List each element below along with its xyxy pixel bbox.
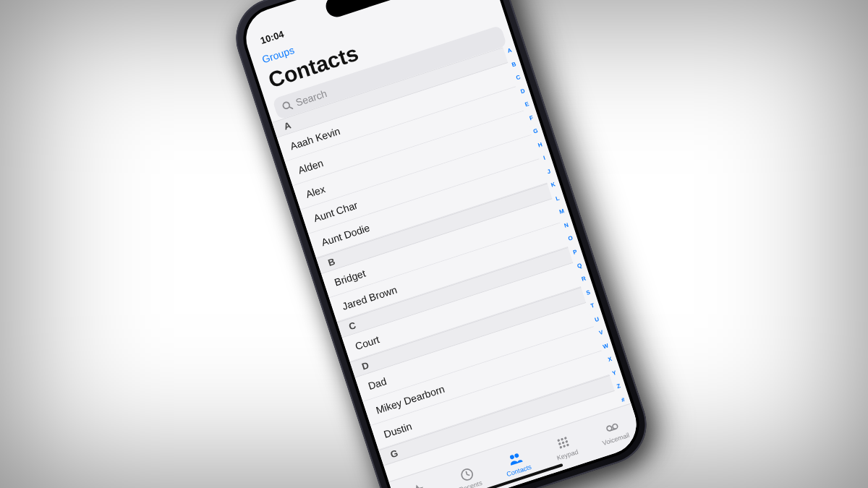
index-letter[interactable]: M bbox=[559, 209, 566, 216]
star-icon bbox=[409, 481, 428, 488]
svg-point-5 bbox=[564, 437, 567, 440]
index-letter[interactable]: L bbox=[555, 195, 560, 202]
svg-point-3 bbox=[558, 439, 561, 442]
index-letter[interactable]: C bbox=[516, 74, 522, 81]
svg-point-7 bbox=[562, 441, 565, 444]
index-letter[interactable]: I bbox=[543, 155, 547, 161]
index-letter[interactable]: N bbox=[563, 222, 569, 228]
index-letter[interactable]: A bbox=[507, 48, 513, 54]
index-letter[interactable]: G bbox=[533, 128, 539, 135]
index-letter[interactable]: D bbox=[520, 88, 526, 95]
index-letter[interactable]: J bbox=[547, 168, 552, 175]
index-letter[interactable]: Q bbox=[576, 262, 582, 270]
index-letter[interactable]: # bbox=[621, 397, 626, 403]
phone-screen: 10:04 Groups + Contacts Search AA bbox=[239, 0, 644, 488]
svg-line-1 bbox=[289, 106, 292, 109]
svg-point-6 bbox=[558, 442, 561, 445]
svg-point-0 bbox=[282, 101, 290, 109]
phone-device: 10:04 Groups + Contacts Search AA bbox=[226, 0, 657, 488]
index-letter[interactable]: O bbox=[568, 236, 574, 243]
index-letter[interactable]: T bbox=[590, 303, 595, 309]
index-letter[interactable]: W bbox=[602, 343, 609, 350]
index-letter[interactable]: Z bbox=[616, 383, 621, 390]
svg-point-11 bbox=[566, 443, 569, 446]
search-icon bbox=[281, 100, 294, 113]
index-letter[interactable]: V bbox=[599, 330, 605, 336]
index-letter[interactable]: F bbox=[529, 115, 534, 121]
index-letter[interactable]: B bbox=[511, 61, 517, 67]
index-letter[interactable]: U bbox=[594, 316, 600, 322]
index-letter[interactable]: E bbox=[524, 101, 530, 108]
svg-point-4 bbox=[561, 437, 563, 440]
svg-point-10 bbox=[563, 445, 566, 448]
contacts-list[interactable]: AAaah KevinAldenAlexAunt CharAunt DodieB… bbox=[272, 47, 620, 482]
index-letter[interactable]: Y bbox=[612, 370, 618, 377]
index-letter[interactable]: R bbox=[581, 276, 587, 283]
index-letter[interactable]: X bbox=[608, 356, 613, 363]
index-letter[interactable]: P bbox=[572, 249, 578, 256]
wood-desk-background: 10:04 Groups + Contacts Search AA bbox=[0, 0, 868, 488]
index-letter[interactable]: K bbox=[550, 182, 556, 189]
index-letter[interactable]: S bbox=[585, 289, 591, 296]
svg-point-9 bbox=[560, 445, 563, 448]
svg-point-8 bbox=[566, 440, 569, 443]
index-letter[interactable]: H bbox=[537, 142, 543, 148]
